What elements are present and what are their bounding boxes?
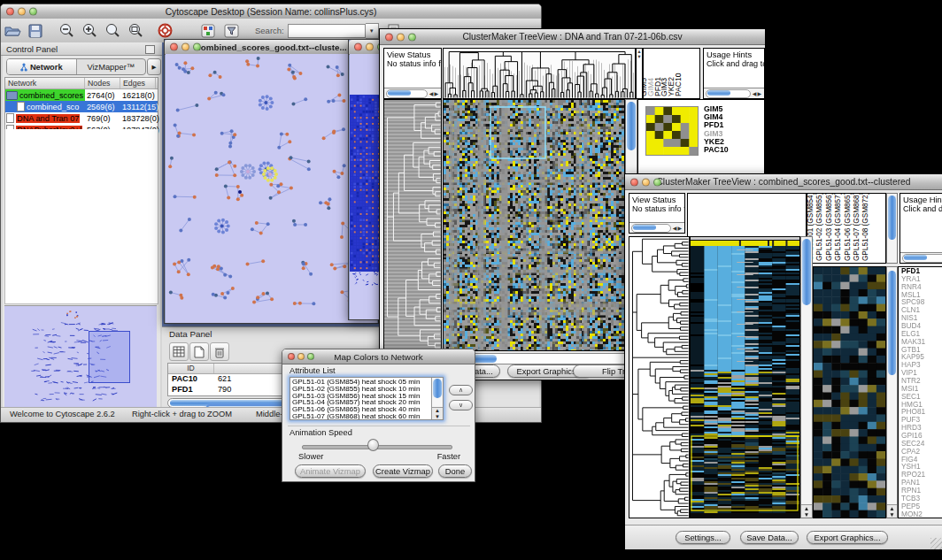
attribute-list[interactable]: GPL51-01 (GSM854) heat shock 05 minGPL51… [290, 377, 444, 420]
open-folder-icon[interactable] [2, 21, 23, 40]
zoom-out-icon[interactable] [56, 21, 77, 40]
heatmap-zoom-canvas[interactable] [814, 267, 885, 518]
view-status-scrollbar[interactable]: ◀▶ [629, 222, 684, 233]
heatmap-vscrollbar[interactable]: ▲▼ [800, 236, 813, 518]
usage-hints-box: Usage Hints Click and drag to ◀▶ [703, 48, 765, 99]
zoom-window-icon[interactable] [653, 178, 661, 186]
network-list-row[interactable]: combined_sco2569(6)13112(15) [5, 101, 158, 112]
dialog-titlebar[interactable]: Map Colors to Network [282, 349, 475, 364]
main-titlebar[interactable]: Cytoscape Desktop (Session Name: collins… [1, 4, 541, 19]
zoom-window-icon[interactable] [193, 43, 201, 51]
zoom-window-icon[interactable] [29, 8, 37, 16]
tab-network[interactable]: Network [7, 59, 77, 74]
move-down-button[interactable]: ∨ [449, 400, 473, 410]
minimize-icon[interactable] [297, 353, 305, 360]
close-icon[interactable] [385, 33, 393, 41]
heatmap-global-canvas[interactable] [691, 237, 799, 518]
labels-vscrollbar[interactable] [886, 193, 898, 264]
status-zoom-hint: Right-click + drag to ZOOM [132, 410, 232, 418]
view-status-scrollbar[interactable]: ◀▶ [384, 88, 441, 98]
row-dendrogram-canvas[interactable] [629, 237, 689, 518]
network-list-row[interactable]: DNA and Tran 07769(0)183728(0) [5, 112, 158, 124]
close-icon[interactable] [170, 43, 178, 51]
create-vizmap-button[interactable]: Create Vizmap [373, 464, 433, 478]
export-graphics-button[interactable]: Export Graphics... [807, 531, 888, 544]
filter-icon[interactable] [220, 21, 242, 40]
minimize-icon[interactable] [366, 43, 374, 51]
minimize-icon[interactable] [642, 178, 650, 186]
nodes-count: 2569(6) [85, 103, 120, 111]
minimize-icon[interactable] [181, 43, 189, 51]
settings-button[interactable]: Settings... [676, 531, 730, 544]
view-status-box: View Status No status info f ◀▶ [383, 48, 442, 99]
control-panel-header: Control Panel [1, 42, 162, 56]
treeview2-title: ClusterMaker TreeView : combined_scores_… [656, 177, 910, 187]
select-attributes-icon[interactable] [169, 342, 189, 361]
column-label: GPL51-04 (GSM857) [834, 193, 842, 261]
scroll-arrows-icon[interactable]: ◀▶ [673, 225, 684, 231]
float-panel-icon[interactable] [145, 45, 155, 54]
done-button[interactable]: Done [438, 464, 472, 478]
save-icon[interactable] [25, 21, 46, 40]
main-window-title: Cytoscape Desktop (Session Name: collins… [166, 7, 377, 17]
treeview1-titlebar[interactable]: ClusterMaker TreeView : DNA and Tran 07-… [380, 29, 765, 45]
scroll-arrows-icon[interactable]: ◀▶ [753, 90, 764, 96]
column-dendrogram-canvas[interactable] [444, 49, 635, 98]
zoom-window-icon[interactable] [307, 353, 314, 360]
attribute-list-scrollbar[interactable]: ▲▼ [431, 378, 443, 419]
slider-thumb[interactable] [367, 439, 379, 451]
network-list-row[interactable]: combined_scores2764(0)16218(0) [5, 89, 158, 101]
attribute-mapper-icon[interactable] [197, 21, 219, 40]
heatmap-canvas[interactable] [444, 100, 624, 350]
network-tree-icon [20, 63, 27, 72]
scroll-arrows-icon[interactable]: ▲▼ [801, 504, 812, 518]
tab-overflow-icon[interactable]: ▶ [147, 58, 161, 75]
network-overview-thumbnail[interactable] [4, 305, 157, 409]
network-list: Network Nodes Edges combined_scores2764(… [4, 77, 158, 136]
scroll-arrows-icon[interactable]: ▲▼ [432, 407, 443, 419]
move-up-button[interactable]: ∧ [449, 385, 473, 395]
zoom-window-icon[interactable] [408, 33, 416, 41]
animate-vizmap-button[interactable]: Animate Vizmap [295, 464, 366, 478]
file-icon [17, 102, 25, 111]
treeview1-title: ClusterMaker TreeView : DNA and Tran 07-… [462, 32, 682, 42]
close-icon[interactable] [288, 353, 295, 360]
usage-hints-scrollbar[interactable]: ◀▶ [900, 252, 942, 263]
zoomed-matrix-canvas[interactable] [645, 106, 699, 156]
network-canvas[interactable] [166, 54, 377, 323]
tv2-column-labels: GPL51-01 (GSM854)GPL51-02 (GSM855)GPL51-… [807, 193, 886, 264]
network-name-cell: combined_sco [5, 101, 85, 112]
scroll-arrows-icon[interactable]: ▲▼ [887, 504, 897, 518]
save-data-button[interactable]: Save Data... [740, 531, 799, 544]
heatmap-global-panel [690, 236, 800, 518]
close-icon[interactable] [6, 8, 14, 16]
network-view-titlebar[interactable]: combined_scores_good.txt--cluste... [165, 40, 378, 55]
dendrogram-splitter[interactable]: ▲▼ [636, 48, 643, 99]
minimize-icon[interactable] [397, 33, 405, 41]
edges-count: 183728(0) [120, 114, 156, 123]
treeview2-titlebar[interactable]: ClusterMaker TreeView : combined_scores_… [625, 174, 942, 190]
column-dendrogram-panel [443, 48, 636, 99]
help-lifering-icon[interactable] [154, 21, 175, 40]
close-icon[interactable] [630, 178, 638, 186]
heatmap-zoom-panel [813, 266, 886, 518]
create-attribute-icon[interactable] [189, 342, 209, 361]
resize-grip[interactable] [930, 538, 942, 549]
search-dropdown-icon[interactable]: ▼ [366, 23, 379, 39]
attribute-list-item[interactable]: GPL51-07 (GSM868) heat shock 60 min [290, 413, 432, 420]
usage-hints-scrollbar[interactable]: ◀▶ [704, 88, 764, 98]
zoom-fit-icon[interactable] [125, 21, 146, 40]
network-view-window: combined_scores_good.txt--cluste... [164, 39, 379, 324]
minimize-icon[interactable] [18, 8, 26, 16]
gene-list-vscrollbar[interactable]: ▲▼ [886, 266, 898, 518]
scroll-arrows-icon[interactable]: ◀▶ [429, 90, 441, 96]
zoom-selected-icon[interactable] [102, 21, 123, 40]
nodes-count: 769(0) [85, 114, 120, 123]
close-icon[interactable] [354, 43, 362, 51]
edges-count: 16218(0) [120, 91, 156, 100]
zoom-in-icon[interactable] [79, 21, 100, 40]
delete-attribute-icon[interactable] [210, 342, 229, 361]
row-dendrogram-canvas[interactable] [384, 100, 441, 350]
tab-vizmapper[interactable]: VizMapper™ [77, 59, 146, 74]
search-input[interactable] [288, 24, 366, 38]
